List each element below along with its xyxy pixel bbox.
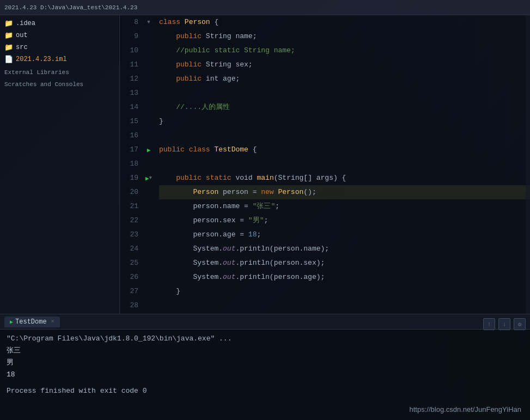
folder-icon-idea: 📁 — [4, 19, 13, 28]
gutter: ▼ ▶ ▶▼ — [143, 15, 155, 314]
sidebar-item-out[interactable]: 📁 out — [0, 29, 119, 41]
code-line-27: } — [159, 284, 530, 299]
code-line-28 — [159, 299, 530, 313]
code-line-24: System.out.println(person.name); — [159, 242, 530, 256]
terminal-tab-testdome[interactable]: ▶ TestDome × — [4, 316, 60, 327]
sidebar-section-libraries[interactable]: External Libraries — [0, 68, 119, 77]
editor-content: 8 9 10 11 12 13 14 15 16 17 18 19 20 21 … — [120, 15, 530, 314]
sidebar-label-iml: 2021.4.23.iml — [16, 56, 67, 63]
code-line-25: System.out.println(person.sex); — [159, 256, 530, 270]
sidebar-item-iml[interactable]: 📄 2021.4.23.iml — [0, 53, 119, 65]
sidebar-label-idea: .idea — [16, 20, 35, 27]
bottom-panel: ▶ TestDome × ↑ ↓ ⚙ "C:\Program Files\Jav… — [0, 314, 530, 420]
sidebar-label-out: out — [16, 32, 28, 39]
file-icon-iml: 📄 — [4, 55, 13, 64]
sidebar: 📁 .idea 📁 out 📁 src 📄 2021.4.23.iml Exte… — [0, 15, 120, 314]
topbar: 2021.4.23 D:\Java\Java_test\2021.4.23 — [0, 0, 530, 15]
editor-scrollbar[interactable] — [526, 15, 530, 314]
sidebar-item-src[interactable]: 📁 src — [0, 41, 119, 53]
code-line-21: person.name = "张三"; — [159, 199, 530, 214]
code-line-12: public int age; — [159, 72, 530, 86]
main-area: 📁 .idea 📁 out 📁 src 📄 2021.4.23.iml Exte… — [0, 15, 530, 314]
terminal-scroll-up-btn[interactable]: ↑ — [483, 318, 495, 330]
terminal-output-line-1: 张三 — [7, 345, 523, 357]
terminal-tab-label: TestDome — [15, 318, 47, 326]
code-line-13 — [159, 86, 530, 100]
terminal-options-btn[interactable]: ⚙ — [514, 318, 526, 330]
topbar-path: 2021.4.23 D:\Java\Java_test\2021.4.23 — [4, 4, 137, 11]
code-line-18-blank — [159, 157, 530, 171]
code-line-20: Person person = new Person(); — [159, 185, 530, 199]
code-line-15: } — [159, 114, 530, 129]
code-area[interactable]: class Person { public String name; //pub… — [155, 15, 530, 314]
editor-area: 8 9 10 11 12 13 14 15 16 17 18 19 20 21 … — [120, 15, 530, 314]
code-line-14: //....人的属性 — [159, 100, 530, 114]
code-line-23: person.age = 18; — [159, 228, 530, 242]
code-line-22: person.sex = "男"; — [159, 214, 530, 228]
sidebar-label-src: src — [16, 44, 28, 51]
terminal-controls: ↑ ↓ ⚙ — [483, 318, 526, 330]
terminal-tab-close[interactable]: × — [51, 319, 54, 325]
terminal-scroll-down-btn[interactable]: ↓ — [498, 318, 510, 330]
folder-icon-src: 📁 — [4, 43, 13, 52]
code-line-17: public class TestDome { — [159, 143, 530, 157]
code-line-19: public static void main(String[] args) { — [159, 171, 530, 185]
code-line-8: class Person { — [159, 15, 530, 29]
code-line-10: //public static String name; — [159, 44, 530, 58]
terminal-command: "C:\Program Files\Java\jdk1.8.0_192\bin\… — [7, 333, 523, 345]
folder-icon-out: 📁 — [4, 31, 13, 40]
fold-icon-8: ▼ — [147, 20, 150, 25]
terminal-output-line-3: 18 — [7, 369, 523, 381]
watermark: https://blog.csdn.net/JunFengYiHan — [410, 405, 521, 413]
terminal-exit-message: Process finished with exit code 0 — [7, 385, 523, 397]
code-line-16 — [159, 129, 530, 143]
run-arrow-16[interactable]: ▶ — [147, 147, 151, 154]
run-arrow-17[interactable]: ▶ — [145, 175, 149, 182]
code-line-11: public String sex; — [159, 58, 530, 72]
terminal-output-line-2: 男 — [7, 357, 523, 369]
bottom-tab-bar: ▶ TestDome × ↑ ↓ ⚙ — [0, 314, 530, 330]
terminal-run-icon: ▶ — [10, 319, 13, 325]
fold-icon-17: ▼ — [149, 175, 152, 181]
code-line-26: System.out.println(person.age); — [159, 270, 530, 284]
sidebar-item-idea[interactable]: 📁 .idea — [0, 17, 119, 29]
code-line-9: public String name; — [159, 29, 530, 44]
sidebar-section-scratches[interactable]: Scratches and Consoles — [0, 80, 119, 89]
line-numbers: 8 9 10 11 12 13 14 15 16 17 18 19 20 21 … — [120, 15, 143, 314]
